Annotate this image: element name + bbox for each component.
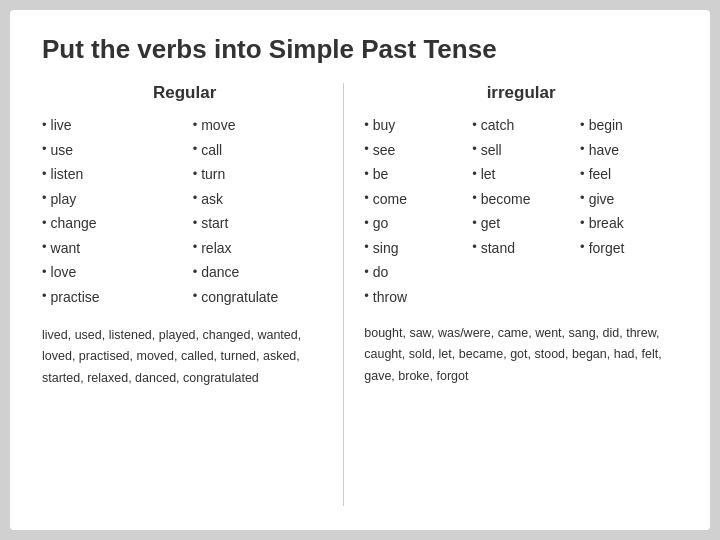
bullet: • [580,138,585,161]
verb-item: • start [193,211,328,236]
verb-item: • listen [42,162,177,187]
verb-item: • practise [42,285,177,310]
verb-item: • give [580,187,678,212]
verb-item: • ask [193,187,328,212]
bullet: • [364,261,369,284]
bullet: • [193,114,198,137]
bullet: • [193,285,198,308]
irregular-col1: • buy• see• be• come• go• sing• do• thro… [364,113,462,309]
bullet: • [42,212,47,235]
verb-item: • love [42,260,177,285]
verb-item: • catch [472,113,570,138]
bullet: • [364,163,369,186]
verb-item: • go [364,211,462,236]
verb-item: • become [472,187,570,212]
irregular-section: irregular • buy• see• be• come• go• sing… [344,83,678,506]
slide: Put the verbs into Simple Past Tense Reg… [10,10,710,530]
verb-item: • feel [580,162,678,187]
bullet: • [193,187,198,210]
bullet: • [580,114,585,137]
bullet: • [364,114,369,137]
verb-item: • congratulate [193,285,328,310]
bullet: • [580,212,585,235]
verb-item: • sing [364,236,462,261]
verb-item: • call [193,138,328,163]
verb-item: • get [472,211,570,236]
bullet: • [42,187,47,210]
verb-item: • buy [364,113,462,138]
bullet: • [364,285,369,308]
bullet: • [580,236,585,259]
bullet: • [364,236,369,259]
regular-heading: Regular [42,83,327,103]
bullet: • [42,285,47,308]
bullet: • [42,236,47,259]
bullet: • [472,114,477,137]
regular-verb-columns: • live• use• listen• play• change• want•… [42,113,327,309]
regular-col2: • move• call• turn• ask• start• relax• d… [193,113,328,309]
verb-item: • turn [193,162,328,187]
bullet: • [364,187,369,210]
verb-item: • move [193,113,328,138]
bullet: • [193,212,198,235]
irregular-verb-columns: • buy• see• be• come• go• sing• do• thro… [364,113,678,309]
bullet: • [472,212,477,235]
bullet: • [472,163,477,186]
verb-item: • come [364,187,462,212]
irregular-col3: • begin• have• feel• give• break• forget [580,113,678,309]
bullet: • [580,187,585,210]
bullet: • [193,163,198,186]
bullet: • [42,114,47,137]
verb-item: • begin [580,113,678,138]
bullet: • [364,212,369,235]
irregular-heading: irregular [364,83,678,103]
verb-item: • want [42,236,177,261]
bullet: • [193,261,198,284]
bullet: • [42,138,47,161]
regular-past-forms: lived, used, listened, played, changed, … [42,325,327,389]
verb-item: • throw [364,285,462,310]
verb-item: • play [42,187,177,212]
verb-item: • break [580,211,678,236]
verb-item: • sell [472,138,570,163]
page-title: Put the verbs into Simple Past Tense [42,34,678,65]
verb-item: • let [472,162,570,187]
verb-item: • change [42,211,177,236]
verb-item: • do [364,260,462,285]
irregular-past-forms: bought, saw, was/were, came, went, sang,… [364,323,678,387]
verb-item: • have [580,138,678,163]
verb-item: • stand [472,236,570,261]
bullet: • [364,138,369,161]
verb-item: • forget [580,236,678,261]
bullet: • [42,261,47,284]
bullet: • [580,163,585,186]
irregular-col2: • catch• sell• let• become• get• stand [472,113,570,309]
bullet: • [193,236,198,259]
bullet: • [472,236,477,259]
verb-item: • be [364,162,462,187]
verb-item: • relax [193,236,328,261]
bullet: • [472,138,477,161]
bullet: • [193,138,198,161]
regular-section: Regular • live• use• listen• play• chang… [42,83,344,506]
verb-item: • see [364,138,462,163]
bullet: • [472,187,477,210]
bullet: • [42,163,47,186]
verb-item: • use [42,138,177,163]
regular-col1: • live• use• listen• play• change• want•… [42,113,177,309]
verb-item: • live [42,113,177,138]
verb-item: • dance [193,260,328,285]
content-area: Regular • live• use• listen• play• chang… [42,83,678,506]
